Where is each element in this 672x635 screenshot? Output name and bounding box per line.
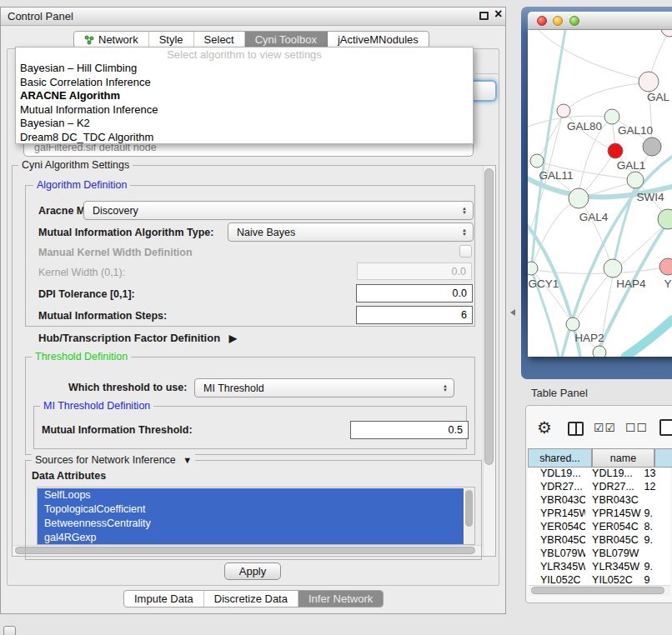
mi-threshold-group-title: MI Threshold Definition xyxy=(40,400,153,412)
table-hscrollbar-thumb[interactable] xyxy=(531,587,664,594)
algorithm-option-basic-correlation-inference[interactable]: Basic Correlation Inference xyxy=(16,76,473,90)
which-threshold-combobox[interactable]: MI Threshold ▲▼ xyxy=(194,378,454,398)
table-row[interactable]: YPR145WYPR145W9. xyxy=(528,508,670,521)
settings-gear-icon[interactable]: ⚙ xyxy=(537,418,552,438)
hub-definition-label[interactable]: Hub/Transcription Factor Definition ▶ xyxy=(38,332,237,345)
tab-discretize-data[interactable]: Discretize Data xyxy=(204,591,298,607)
table-cell: YBL079W xyxy=(585,548,640,561)
network-edge[interactable] xyxy=(533,201,576,265)
settings-vscrollbar-thumb[interactable] xyxy=(484,168,494,465)
network-node[interactable] xyxy=(569,188,589,208)
table-row[interactable]: YDL19...YDL19...13 xyxy=(528,468,670,481)
network-node[interactable] xyxy=(659,258,672,275)
data-attribute-item-selfloops[interactable]: SelfLoops xyxy=(38,488,464,502)
node-label-swi4: SWI4 xyxy=(636,191,664,203)
splitter-collapse-arrow-icon[interactable] xyxy=(510,309,515,316)
close-traffic-light-icon[interactable] xyxy=(537,16,547,26)
tab-jactivemnodules[interactable]: jActiveMNodules xyxy=(328,32,429,48)
deselect-all-columns-icon[interactable]: ☐☐ xyxy=(625,421,648,434)
network-node[interactable] xyxy=(530,154,544,168)
table-row[interactable]: YBR045CYBR045C9. xyxy=(528,534,670,548)
network-edge[interactable] xyxy=(539,30,646,80)
mi-steps-field[interactable]: 6 xyxy=(356,306,473,324)
apply-button[interactable]: Apply xyxy=(224,562,281,580)
mi-threshold-field[interactable]: 0.5 xyxy=(350,421,469,439)
float-window-icon[interactable] xyxy=(479,12,489,20)
tab-network[interactable]: Network xyxy=(74,32,149,48)
table-cell: 9 xyxy=(641,574,670,585)
network-view-window[interactable]: GALGAL80GAL10GAL1GAL11GAL4SWI4GCY1HAP4YH… xyxy=(521,7,672,379)
table-document-icon[interactable] xyxy=(659,419,672,436)
algorithm-option-dream8-dc-tdc-algorithm[interactable]: Dream8 DC_TDC Algorithm xyxy=(16,131,473,145)
zoom-traffic-light-icon[interactable] xyxy=(569,16,579,26)
control-panel-titlebar[interactable]: Control Panel × xyxy=(1,8,505,26)
close-icon[interactable]: × xyxy=(494,7,502,22)
expand-arrow-icon[interactable]: ▶ xyxy=(229,332,237,344)
mi-type-combobox[interactable]: Naive Bayes ▲▼ xyxy=(228,222,474,242)
sources-group-title[interactable]: Sources for Network Inference ▼ xyxy=(32,454,195,466)
tab-cyni-toolbox[interactable]: Cyni Toolbox xyxy=(245,32,328,48)
network-node[interactable] xyxy=(604,109,619,124)
algorithm-option-bayesian-k2[interactable]: Bayesian – K2 xyxy=(16,117,473,131)
data-attributes-list[interactable]: SelfLoopsTopologicalCoefficientBetweenne… xyxy=(37,487,475,545)
table-row[interactable]: YLR345WYLR345W9. xyxy=(528,561,670,574)
column-header-2[interactable] xyxy=(654,448,672,468)
network-node[interactable] xyxy=(557,104,570,118)
minimized-panel-icon[interactable] xyxy=(3,626,16,635)
aracne-mode-combobox[interactable]: Discovery ▲▼ xyxy=(83,201,474,220)
table-panel-title: Table Panel xyxy=(531,387,588,399)
tab-style[interactable]: Style xyxy=(149,32,194,48)
network-graph[interactable]: GALGAL80GAL10GAL1GAL11GAL4SWI4GCY1HAP4YH… xyxy=(528,30,672,357)
network-node[interactable] xyxy=(643,138,661,156)
network-canvas[interactable]: GALGAL80GAL10GAL1GAL11GAL4SWI4GCY1HAP4YH… xyxy=(528,30,672,357)
table-cell: YPR145W xyxy=(528,508,585,521)
table-row[interactable]: YBL079WYBL079W xyxy=(528,548,670,561)
network-window-titlebar[interactable] xyxy=(528,12,672,30)
algorithm-option-bayesian-hill-climbing[interactable]: Bayesian – Hill Climbing xyxy=(16,62,473,76)
stepper-arrows-icon: ▲▼ xyxy=(443,384,448,392)
network-node[interactable] xyxy=(528,262,538,275)
algorithm-option-aracne-algorithm[interactable]: ARACNE Algorithm xyxy=(16,89,473,103)
network-node[interactable] xyxy=(593,346,606,357)
manual-kernel-checkbox[interactable] xyxy=(459,245,472,258)
network-edge[interactable] xyxy=(649,32,669,78)
dpi-tolerance-field[interactable]: 0.0 xyxy=(356,284,473,302)
mi-type-label: Mutual Information Algorithm Type: xyxy=(38,227,213,239)
network-node[interactable] xyxy=(639,72,659,92)
network-node[interactable] xyxy=(658,209,672,229)
tab-select[interactable]: Select xyxy=(194,32,245,48)
network-node[interactable] xyxy=(608,143,623,158)
data-attribute-item-gal4rgexp[interactable]: gal4RGexp xyxy=(38,531,464,545)
network-node[interactable] xyxy=(661,30,672,37)
network-node[interactable] xyxy=(604,259,622,278)
table-row[interactable]: YER054CYER054C8. xyxy=(528,521,670,534)
column-layout-icon[interactable] xyxy=(568,422,584,436)
select-all-columns-icon[interactable]: ☑☑ xyxy=(594,421,616,434)
table-cell: 8. xyxy=(641,521,670,534)
network-edge[interactable] xyxy=(625,320,672,357)
table-row[interactable]: YBR043CYBR043C xyxy=(528,494,670,508)
list-vscrollbar-track[interactable] xyxy=(464,488,474,544)
node-label-y: Y xyxy=(664,278,671,290)
table-cell: YBL079W xyxy=(528,548,585,561)
kernel-width-field[interactable]: 0.0 xyxy=(357,262,472,280)
list-vscrollbar-thumb[interactable] xyxy=(465,490,473,527)
data-attribute-item-topologicalcoefficient[interactable]: TopologicalCoefficient xyxy=(38,502,464,517)
network-node[interactable] xyxy=(566,318,579,331)
column-header-shared[interactable]: shared... xyxy=(528,448,592,468)
column-header-name[interactable]: name xyxy=(592,448,654,468)
tab-infer-network[interactable]: Infer Network xyxy=(298,591,383,607)
tab-impute-data[interactable]: Impute Data xyxy=(124,591,204,607)
table-cell: 12 xyxy=(641,481,670,494)
network-edge[interactable] xyxy=(565,82,649,111)
tab-label: Style xyxy=(159,33,183,46)
network-node[interactable] xyxy=(627,172,644,188)
algorithm-option-mutual-information-inference[interactable]: Mutual Information Inference xyxy=(16,103,473,118)
tab-label: Discretize Data xyxy=(214,592,288,605)
table-row[interactable]: YIL052CYIL052C9 xyxy=(528,574,670,585)
minimize-traffic-light-icon[interactable] xyxy=(553,16,563,26)
collapse-arrow-icon[interactable]: ▼ xyxy=(183,455,192,465)
table-row[interactable]: YDR27...YDR27...12 xyxy=(528,481,670,494)
algorithm-definition-title: Algorithm Definition xyxy=(33,179,130,191)
data-attribute-item-betweennesscentrality[interactable]: BetweennessCentrality xyxy=(38,517,464,531)
